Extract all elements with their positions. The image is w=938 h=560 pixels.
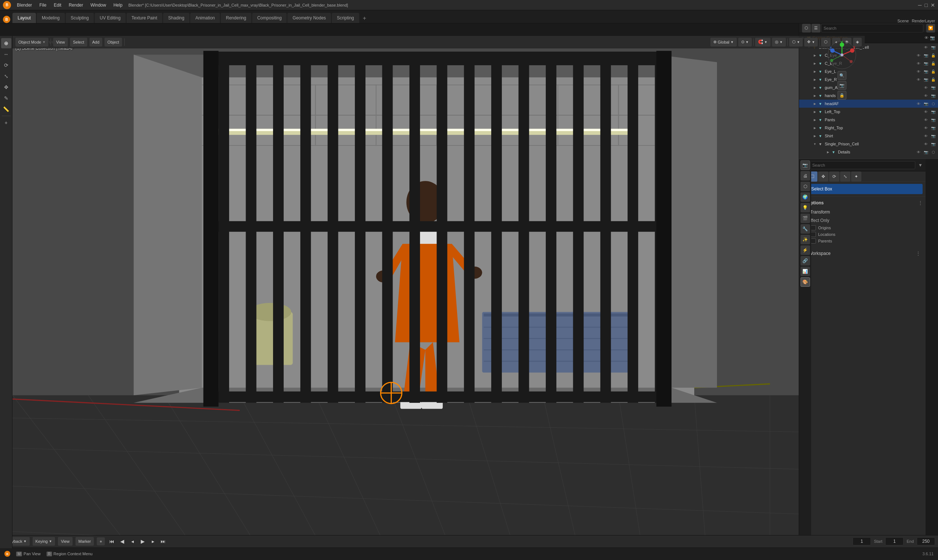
tab-compositing[interactable]: Compositing xyxy=(252,13,287,23)
snap-btn[interactable]: 🧲 ▼ xyxy=(755,38,770,46)
eye-btn-main[interactable]: 👁 xyxy=(923,44,929,51)
select-menu[interactable]: Select xyxy=(70,38,87,46)
tab-animation[interactable]: Animation xyxy=(190,13,220,23)
outliner-item-headaf[interactable]: ▶ ▼ headAF 👁 📷 ⬡ xyxy=(799,100,938,108)
tool-move-icon[interactable]: ✥ xyxy=(818,171,828,182)
expand-hands[interactable]: ▶ xyxy=(812,93,818,98)
outliner-item-pants[interactable]: ▶ ▼ Pants 👁 📷 xyxy=(799,116,938,124)
tool-scale-icon[interactable]: ⤡ xyxy=(840,171,850,182)
gizmo-btn[interactable]: ✥ ▼ xyxy=(804,38,818,46)
object-mode-dropdown[interactable]: Object Mode ▼ xyxy=(15,38,48,46)
main-viewport[interactable]: Object Mode ▼ View Select Add Object ⊕ G… xyxy=(12,36,865,535)
prop-icon-scene[interactable]: 🌍 xyxy=(801,192,810,202)
expand-eye-l[interactable]: ▶ xyxy=(812,69,818,74)
lock-btn-eye-l[interactable]: 🔓 xyxy=(930,68,936,75)
eye-btn-left-top[interactable]: 👁 xyxy=(923,108,929,115)
eye-btn-eye-r[interactable]: 👁 xyxy=(915,76,922,83)
expand-gum-a[interactable]: ▶ xyxy=(812,85,818,90)
next-frame-btn[interactable]: ▸ xyxy=(149,537,157,545)
outliner-filter-btn[interactable]: 🔽 xyxy=(926,24,935,32)
expand-single-prison[interactable]: ▼ xyxy=(812,142,818,146)
jump-to-start-btn[interactable]: ⏮ xyxy=(108,537,116,545)
autokeying-toggle[interactable]: ● xyxy=(97,537,105,545)
prop-icon-constraints[interactable]: 🔗 xyxy=(801,256,810,266)
current-frame-input[interactable] xyxy=(853,537,871,545)
camera-btn-main[interactable]: 📷 xyxy=(930,44,936,51)
tab-layout[interactable]: Layout xyxy=(12,13,36,23)
expand-right-top[interactable]: ▶ xyxy=(812,125,818,131)
pivot-point-dropdown[interactable]: ⊙ ▼ xyxy=(738,38,752,46)
lock-btn-c-eye-r[interactable]: 🔓 xyxy=(930,60,936,67)
eye-btn-c-eye-r[interactable]: 👁 xyxy=(915,60,922,67)
zoom-in-btn[interactable]: 🔍 xyxy=(838,71,846,80)
camera-btn-eye-l[interactable]: 📷 xyxy=(923,68,929,75)
prev-frame-btn[interactable]: ◀ xyxy=(118,537,126,545)
camera-btn-details[interactable]: 📷 xyxy=(923,149,929,155)
checkbox-locations[interactable]: Locations xyxy=(811,232,914,237)
tab-geometry-nodes[interactable]: Geometry Nodes xyxy=(287,13,331,23)
expand-c-eye-r[interactable]: ▶ xyxy=(812,61,818,66)
prop-icon-particles[interactable]: ✨ xyxy=(801,235,810,244)
options-header[interactable]: ▼ Options ⋮ xyxy=(799,198,926,208)
outliner-item-c-eye-r[interactable]: ▶ ▼ C_Eye_R 👁 📷 🔓 xyxy=(799,59,938,68)
lock-btn-eye-r[interactable]: 🔓 xyxy=(930,76,936,83)
camera-btn-right-top[interactable]: 📷 xyxy=(930,125,936,131)
expand-eye-r[interactable]: ▶ xyxy=(812,77,818,82)
options-menu-icon[interactable]: ⋮ xyxy=(918,200,923,205)
locations-checkbox[interactable] xyxy=(811,232,816,237)
minimize-btn[interactable]: ─ xyxy=(918,2,922,8)
sidebar-scale-icon[interactable]: ⤡ xyxy=(1,71,11,81)
scene-label[interactable]: Scene xyxy=(897,18,909,23)
tab-sculpting[interactable]: Sculpting xyxy=(66,13,94,23)
menu-window[interactable]: Window xyxy=(88,2,109,8)
outliner-search-input[interactable] xyxy=(821,24,923,32)
sidebar-annotate-icon[interactable]: ✎ xyxy=(1,93,11,103)
close-btn[interactable]: ✕ xyxy=(931,2,935,8)
eye-btn-hands[interactable]: 👁 xyxy=(923,92,929,99)
expand-details[interactable]: ▶ xyxy=(825,149,831,155)
prop-icon-world[interactable]: 💡 xyxy=(801,203,810,212)
eye-btn-details[interactable]: 👁 xyxy=(915,149,922,155)
origins-checkbox[interactable] xyxy=(811,225,816,230)
timeline-view-menu[interactable]: View xyxy=(58,537,73,546)
camera-btn-gum-a[interactable]: 📷 xyxy=(930,84,936,91)
eye-btn-single-prison[interactable]: 👁 xyxy=(923,141,929,147)
properties-filter-icon[interactable]: ▼ xyxy=(918,163,923,168)
camera-btn-c-eye-l[interactable]: 📷 xyxy=(923,52,929,58)
outliner-item-hands[interactable]: ▶ ▼ hands 👁 📷 xyxy=(799,92,938,100)
tab-texture-paint[interactable]: Texture Paint xyxy=(127,13,162,23)
add-workspace-btn[interactable]: + xyxy=(360,14,369,23)
play-btn[interactable]: ▶ xyxy=(139,537,147,545)
sidebar-measure-icon[interactable]: 📏 xyxy=(1,104,11,114)
eye-btn-eye-l[interactable]: 👁 xyxy=(915,68,922,75)
sidebar-rotate-icon[interactable]: ⟳ xyxy=(1,60,11,70)
sidebar-transform-icon[interactable]: ✥ xyxy=(1,82,11,92)
sidebar-add-icon[interactable]: + xyxy=(1,118,11,128)
camera-btn-single-prison[interactable]: 📷 xyxy=(930,141,936,147)
wire-btn-headaf[interactable]: ⬡ xyxy=(930,100,936,107)
tab-shading[interactable]: Shading xyxy=(163,13,190,23)
start-frame-input[interactable] xyxy=(885,537,904,545)
lock-camera-btn[interactable]: 🔒 xyxy=(838,91,846,100)
outliner-item-right-top[interactable]: ▶ ▼ Right_Top 👁 📷 xyxy=(799,124,938,132)
eye-btn-c-eye-l[interactable]: 👁 xyxy=(915,52,922,58)
play-reverse-btn[interactable]: ◂ xyxy=(128,537,136,545)
scene-eye-icon[interactable]: 👁 xyxy=(924,35,929,40)
menu-render[interactable]: Render xyxy=(66,2,86,8)
outliner-item-eye-r[interactable]: ▶ ▼ Eye_R 👁 📷 🔓 xyxy=(799,75,938,83)
tab-uv-editing[interactable]: UV Editing xyxy=(94,13,126,23)
tool-transform-icon[interactable]: ✦ xyxy=(851,171,861,182)
camera-view-btn[interactable]: 📷 xyxy=(838,81,846,90)
view-menu[interactable]: View xyxy=(53,38,68,46)
eye-btn-shirt[interactable]: 👁 xyxy=(923,132,929,139)
camera-btn-pants[interactable]: 📷 xyxy=(930,117,936,123)
sidebar-move-icon[interactable]: ↔ xyxy=(1,49,11,59)
overlay-btn[interactable]: ⬡ ▼ xyxy=(789,38,803,46)
outliner-item-eye-l[interactable]: ▶ ▼ Eye_L 👁 📷 🔓 xyxy=(799,68,938,75)
lock-btn-c-eye-l[interactable]: 🔓 xyxy=(930,52,936,58)
outliner-item-prison-bad-gate[interactable]: ▶ ▼ Prison_bad_and_gate 👁 📷 xyxy=(799,156,938,159)
object-menu[interactable]: Object xyxy=(105,38,122,46)
tab-modeling[interactable]: Modeling xyxy=(37,13,65,23)
properties-search-input[interactable] xyxy=(810,161,915,169)
render-layer-label[interactable]: RenderLayer xyxy=(912,18,935,23)
